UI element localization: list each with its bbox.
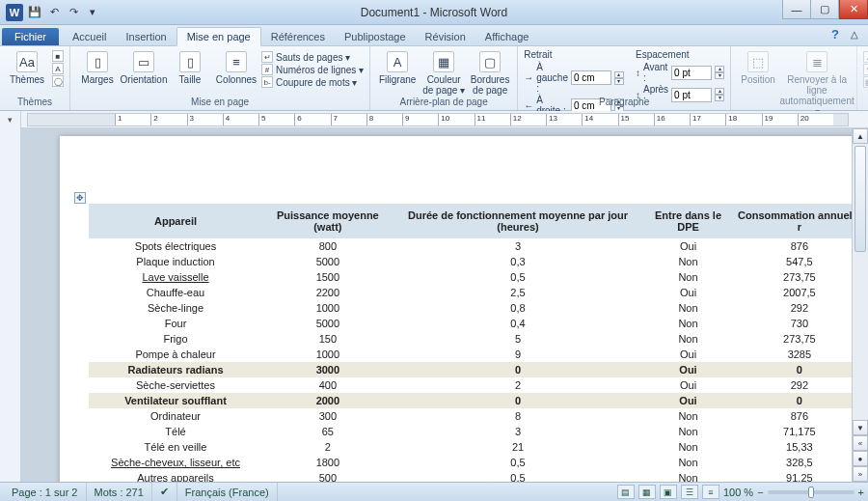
theme-fonts-icon[interactable]: A (52, 63, 64, 74)
orientation-button[interactable]: ▭Orientation (122, 49, 165, 85)
tab-insertion[interactable]: Insertion (116, 28, 176, 45)
table-header: Entre dans le DPE (642, 204, 733, 238)
view-draft-icon[interactable]: ≡ (702, 485, 719, 499)
indent-left-icon: → (524, 72, 533, 83)
zoom-handle[interactable] (808, 487, 814, 498)
zoom-out-button[interactable]: − (757, 487, 763, 498)
table-cell: Radiateurs radians (89, 362, 262, 377)
themes-button[interactable]: Aa Thèmes (6, 49, 48, 85)
table-row: Sèche-linge10000,8Non292 (89, 300, 865, 316)
close-button[interactable]: ✕ (839, 0, 868, 19)
table-header: Appareil (89, 204, 262, 238)
tab-file[interactable]: Fichier (2, 28, 59, 45)
help-icon[interactable]: ? (831, 27, 839, 42)
redo-icon[interactable]: ↷ (66, 5, 81, 20)
status-page[interactable]: Page : 1 sur 2 (4, 483, 87, 501)
table-cell: 2200 (262, 285, 393, 300)
tab-accueil[interactable]: Accueil (63, 28, 116, 45)
spin-down[interactable]: ▾ (614, 78, 624, 85)
hyphenation-button[interactable]: b-Coupure de mots ▾ (261, 76, 364, 88)
minimize-button[interactable]: — (782, 0, 811, 19)
page[interactable]: ✥ AppareilPuissance moyenne (watt)Durée … (60, 136, 868, 482)
page-borders-button[interactable]: ▢Bordures de page (469, 49, 511, 96)
table-cell: Oui (642, 393, 733, 408)
qat-more-icon[interactable]: ▾ (85, 5, 100, 20)
table-cell: 65 (262, 424, 393, 439)
breaks-button[interactable]: ↵Sauts de pages ▾ (261, 51, 364, 63)
table-cell: 547,5 (734, 254, 865, 269)
zoom-slider[interactable] (768, 490, 854, 494)
table-anchor-icon[interactable]: ✥ (74, 192, 86, 204)
table-cell: 21 (393, 439, 643, 455)
table-cell: Non (642, 424, 733, 439)
tab-références[interactable]: Références (261, 28, 335, 45)
tab-affichage[interactable]: Affichage (475, 28, 539, 45)
bring-forward-button: ▲Avancer ▾ (863, 51, 868, 63)
prev-page-button[interactable]: « (853, 435, 868, 451)
themes-icon: Aa (16, 51, 38, 72)
view-print-layout-icon[interactable]: ▤ (617, 485, 635, 499)
columns-button[interactable]: ≡Colonnes (215, 49, 258, 85)
theme-effects-icon[interactable]: ◯ (52, 75, 64, 87)
table-cell: 400 (262, 377, 393, 393)
page-color-button[interactable]: ▦Couleur de page ▾ (422, 49, 465, 96)
selection-pane-button[interactable]: ▤Volet Sélection (863, 76, 868, 88)
table-cell: 5000 (262, 316, 393, 331)
table-cell: 800 (262, 238, 393, 254)
document-area: ✥ AppareilPuissance moyenne (watt)Durée … (0, 128, 868, 482)
table-cell: 500 (262, 470, 393, 482)
minimize-ribbon-icon[interactable]: △ (851, 29, 858, 40)
theme-colors-icon[interactable]: ■ (52, 50, 64, 62)
table-cell: 5 (393, 331, 643, 347)
view-web-icon[interactable]: ▣ (660, 485, 677, 499)
table-cell: Plaque induction (89, 254, 262, 269)
browse-object-button[interactable]: ● (853, 451, 868, 466)
zoom-in-button[interactable]: + (858, 487, 864, 498)
table-cell: Chauffe-eau (89, 285, 262, 300)
spin-up[interactable]: ▴ (614, 71, 624, 78)
indent-left-input[interactable] (571, 70, 611, 85)
view-fullscreen-icon[interactable]: ▦ (638, 485, 656, 499)
line-numbers-button[interactable]: #Numéros de lignes ▾ (261, 64, 364, 75)
tab-publipostage[interactable]: Publipostage (335, 28, 416, 45)
undo-icon[interactable]: ↶ (46, 5, 62, 20)
page-color-icon: ▦ (433, 51, 454, 72)
status-words[interactable]: Mots : 271 (87, 483, 152, 501)
table-cell: Spots électriques (89, 238, 262, 254)
next-page-button[interactable]: » (853, 466, 868, 482)
table-cell: 0,5 (393, 470, 643, 482)
table-row: Télé653Non71,175 (89, 424, 865, 439)
table-cell: 1800 (262, 455, 393, 470)
group-arrange: ▲Avancer ▾ ▼Reculer ▾ ▤Volet Sélection ≡… (857, 46, 868, 110)
window-title: Document1 - Microsoft Word (361, 6, 508, 19)
save-icon[interactable]: 💾 (27, 5, 42, 20)
scroll-down-button[interactable]: ▼ (853, 420, 868, 435)
tab-révision[interactable]: Révision (416, 28, 475, 45)
group-position: ⬚Position ≣Renvoyer à la ligne automatiq… (731, 46, 857, 110)
margins-icon: ▯ (87, 51, 108, 72)
table-row: Lave vaisselle15000,5Non273,75 (89, 269, 865, 285)
horizontal-ruler[interactable]: 1234567891011121314151617181920 (27, 113, 849, 126)
status-proofing-icon[interactable]: ✔ (152, 483, 177, 501)
table-cell: Non (642, 408, 733, 424)
table-cell: 1000 (262, 347, 393, 362)
view-outline-icon[interactable]: ☰ (681, 485, 698, 499)
watermark-button[interactable]: AFiligrane (376, 49, 419, 85)
maximize-button[interactable]: ▢ (810, 0, 839, 19)
space-before-input[interactable] (671, 66, 712, 80)
tab-mise-en-page[interactable]: Mise en page (176, 27, 261, 46)
vertical-scrollbar[interactable]: ▲ ▼ « ● » (852, 128, 868, 482)
scroll-up-button[interactable]: ▲ (853, 128, 868, 144)
size-button[interactable]: ▯Taille (169, 49, 211, 85)
vertical-ruler[interactable] (0, 128, 21, 482)
status-language[interactable]: Français (France) (177, 483, 278, 501)
table-cell: 9 (393, 347, 643, 362)
margins-button[interactable]: ▯Marges (76, 49, 119, 85)
table-cell: 0,5 (393, 269, 643, 285)
table-cell: 15,33 (734, 439, 865, 455)
group-page-background: AFiligrane ▦Couleur de page ▾ ▢Bordures … (370, 46, 518, 110)
table-cell: 3 (393, 238, 643, 254)
zoom-label[interactable]: 100 % (723, 487, 753, 498)
scroll-thumb[interactable] (854, 146, 866, 252)
table-cell: 730 (734, 316, 865, 331)
